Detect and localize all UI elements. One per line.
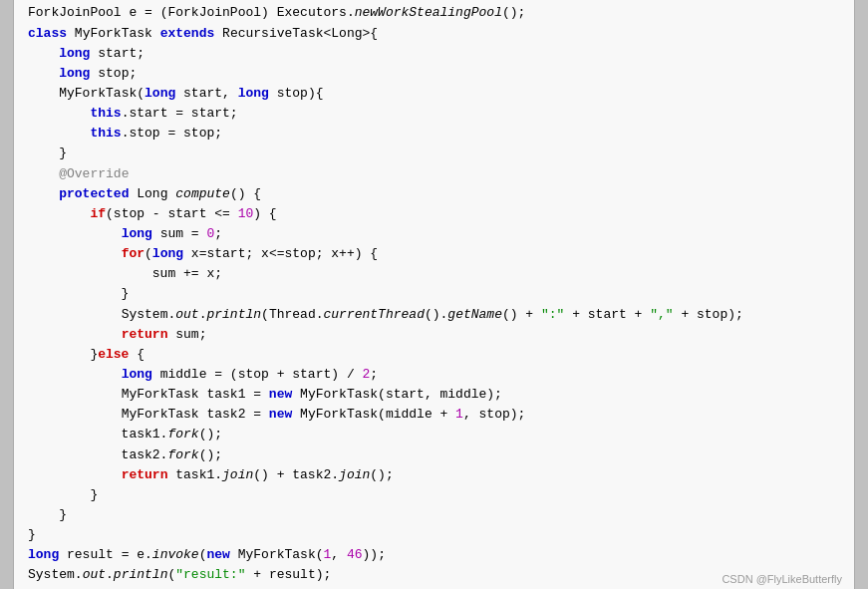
code-line-4: long stop; — [28, 64, 840, 84]
code-editor: ForkJoinPool e = (ForkJoinPool) Executor… — [13, 0, 855, 589]
code-line-8: } — [28, 144, 840, 163]
code-line-17: return sum; — [28, 325, 840, 345]
code-line-24: return task1.join() + task2.join(); — [28, 465, 840, 485]
code-line-7: this.stop = stop; — [28, 124, 840, 144]
code-line-3: long start; — [28, 44, 840, 64]
code-line-14: sum += x; — [28, 264, 840, 284]
code-line-15: } — [28, 284, 840, 304]
code-line-23: task2.fork(); — [28, 445, 840, 465]
code-line-27: } — [28, 525, 840, 545]
code-line-13: for(long x=start; x<=stop; x++) { — [28, 244, 840, 264]
code-line-10: protected Long compute() { — [28, 184, 840, 204]
code-line-22: task1.fork(); — [28, 425, 840, 444]
code-line-28: long result = e.invoke(new MyForkTask(1,… — [28, 545, 840, 565]
code-line-1: ForkJoinPool e = (ForkJoinPool) Executor… — [28, 3, 840, 23]
code-line-11: if(stop - start <= 10) { — [28, 204, 840, 224]
watermark: CSDN @FlyLikeButterfly — [722, 571, 842, 588]
code-line-18: }else { — [28, 345, 840, 365]
code-line-25: } — [28, 485, 840, 505]
code-line-21: MyForkTask task2 = new MyForkTask(middle… — [28, 405, 840, 425]
code-line-6: this.start = start; — [28, 104, 840, 124]
code-line-2: class MyForkTask extends RecursiveTask<L… — [28, 24, 840, 44]
code-line-16: System.out.println(Thread.currentThread(… — [28, 305, 840, 325]
code-line-5: MyForkTask(long start, long stop){ — [28, 84, 840, 104]
code-line-9: @Override — [28, 164, 840, 184]
code-line-26: } — [28, 505, 840, 525]
code-line-12: long sum = 0; — [28, 224, 840, 244]
code-line-19: long middle = (stop + start) / 2; — [28, 365, 840, 385]
code-line-29: System.out.println("result:" + result); — [28, 565, 840, 585]
code-line-20: MyForkTask task1 = new MyForkTask(start,… — [28, 385, 840, 405]
